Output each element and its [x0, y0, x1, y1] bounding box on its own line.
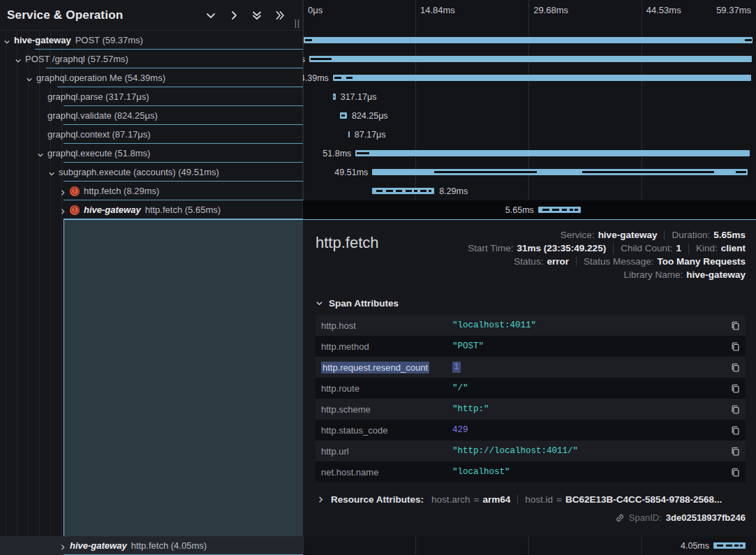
ruler-tick-label: 29.68ms: [533, 5, 568, 15]
double-chevron-down-icon[interactable]: [251, 10, 262, 21]
span-timeline-row[interactable]: 824.25μs: [303, 106, 756, 125]
chevron-down-icon[interactable]: [48, 169, 55, 176]
span-timeline-row[interactable]: 8.29ms: [303, 182, 756, 200]
span-duration-label: 49.51ms: [334, 168, 368, 177]
attribute-key: http.status_code: [316, 425, 452, 436]
meta-value: 5.65ms: [713, 230, 746, 240]
chevron-right-icon[interactable]: [59, 188, 66, 195]
attribute-row[interactable]: http.host"localhost:4011": [316, 315, 746, 336]
meta-value: 1: [676, 243, 681, 253]
copy-icon[interactable]: [725, 467, 746, 478]
attribute-key: http.route: [316, 383, 452, 394]
attribute-row[interactable]: http.method"POST": [316, 336, 746, 357]
trace-viewer: Service & Operation || hive-gatewayPOST …: [0, 0, 756, 555]
span-duration-label: 824.25μs: [352, 111, 388, 121]
divider: [517, 495, 518, 505]
chevron-down-icon[interactable]: [15, 56, 22, 63]
span-tree-row[interactable]: graphql.operation Me (54.39ms): [0, 68, 303, 87]
panel-title: Service & Operation: [7, 8, 123, 22]
span-timeline-row[interactable]: 49.51ms: [303, 163, 756, 182]
span-timeline-row[interactable]: 54.39ms: [303, 68, 756, 87]
span-id-value: 3de02518937fb246: [666, 512, 746, 523]
span-tree-row[interactable]: hive-gatewayPOST (59.37ms): [0, 31, 303, 50]
divider: [576, 257, 577, 267]
span-operation-name: graphql.parse (317.17μs): [47, 91, 149, 102]
copy-icon[interactable]: [725, 341, 746, 352]
span-operation-name: http.fetch (8.29ms): [84, 186, 159, 196]
span-tree-row[interactable]: graphql.validate (824.25μs): [0, 106, 303, 125]
child-span-notch: [562, 209, 567, 211]
span-duration-bar[interactable]: [304, 37, 753, 43]
link-icon[interactable]: [615, 513, 625, 523]
double-chevron-right-icon[interactable]: [274, 10, 286, 21]
span-label: graphql.parse (317.17μs): [47, 91, 149, 102]
attribute-key: http.host: [316, 320, 452, 331]
span-label: graphql.context (87.17μs): [47, 129, 151, 140]
copy-icon[interactable]: [725, 320, 746, 331]
span-tree-row[interactable]: hive-gatewayhttp.fetch (4.05ms): [0, 536, 303, 555]
resource-attribute-value: BC62E13B-C4CC-5854-9788-2568...: [565, 494, 722, 505]
attribute-value: 1: [452, 362, 725, 372]
chevron-down-icon[interactable]: [26, 75, 33, 82]
span-timeline-row[interactable]: 317.17μs: [303, 87, 756, 106]
span-label: http.fetch (8.29ms): [84, 186, 159, 196]
attribute-value: "http://localhost:4011/": [452, 446, 725, 456]
chevron-right-icon: [317, 496, 325, 503]
chevron-down-icon[interactable]: [205, 10, 216, 21]
span-duration-label: 87.17μs: [355, 130, 386, 140]
span-tree-row[interactable]: POST /graphql (57.57ms): [0, 50, 303, 68]
span-service-name: hive-gateway: [84, 205, 141, 215]
span-label: graphql.validate (824.25μs): [47, 110, 158, 121]
span-tree-row[interactable]: !hive-gatewayhttp.fetch (5.65ms): [0, 200, 303, 219]
attribute-row[interactable]: http.status_code429: [316, 420, 746, 441]
child-span-notch: [582, 171, 715, 173]
copy-icon[interactable]: [725, 446, 746, 457]
span-duration-bar[interactable]: [309, 56, 752, 62]
chevron-right-icon[interactable]: [59, 542, 66, 549]
span-timeline-row[interactable]: 59.37ms: [303, 31, 756, 50]
attribute-row[interactable]: http.scheme"http:": [316, 399, 746, 420]
attribute-row[interactable]: http.route"/": [316, 378, 746, 399]
panel-resize-handle[interactable]: ||: [295, 18, 300, 28]
span-tree-row[interactable]: graphql.context (87.17μs): [0, 125, 303, 144]
span-timeline-row[interactable]: 51.8ms: [303, 144, 756, 163]
copy-icon[interactable]: [725, 404, 746, 415]
span-duration-bar[interactable]: [348, 131, 350, 138]
child-span-notch: [357, 152, 369, 154]
equals-sign: =: [474, 494, 480, 505]
span-label: hive-gatewayPOST (59.37ms): [14, 35, 143, 45]
chevron-right-icon[interactable]: [228, 10, 239, 21]
span-attributes-toggle[interactable]: Span Attributes: [316, 298, 746, 309]
span-timeline-row[interactable]: 5.65ms: [303, 200, 756, 219]
span-tree-row[interactable]: !http.fetch (8.29ms): [0, 182, 303, 200]
copy-icon[interactable]: [725, 362, 746, 373]
chevron-down-icon[interactable]: [37, 150, 44, 157]
span-operation-name: http.fetch (4.05ms): [131, 540, 207, 551]
span-tree-row[interactable]: subgraph.execute (accounts) (49.51ms): [0, 163, 303, 182]
span-duration-bar[interactable]: [333, 75, 751, 81]
copy-icon[interactable]: [725, 383, 746, 394]
copy-icon[interactable]: [725, 425, 746, 436]
resource-attribute-value: arm64: [482, 494, 510, 505]
span-meta-line: Start Time:31ms (23:35:49.225)Child Coun…: [468, 243, 746, 253]
span-tree-row[interactable]: graphql.execute (51.8ms): [0, 144, 303, 163]
ruler-tick-label: 59.37ms: [716, 5, 751, 15]
meta-label: Kind:: [696, 243, 718, 253]
span-timeline-row[interactable]: 87.17μs: [303, 125, 756, 144]
attribute-row[interactable]: net.host.name"localhost": [316, 461, 746, 482]
attribute-row[interactable]: http.request.resend_count1: [316, 357, 746, 378]
resource-attributes-row[interactable]: Resource Attributes: host.arch=arm64host…: [316, 494, 746, 505]
meta-value: 31ms (23:35:49.225): [517, 243, 607, 253]
span-timeline-row[interactable]: 4.05ms: [303, 536, 756, 555]
span-duration-bar[interactable]: [355, 150, 750, 156]
attribute-row[interactable]: http.url"http://localhost:4011/": [316, 441, 746, 461]
chevron-right-icon[interactable]: [59, 207, 66, 214]
span-timeline-row[interactable]: 57.57ms: [303, 50, 756, 68]
chevron-down-icon[interactable]: [3, 37, 10, 44]
child-span-notch: [429, 190, 432, 192]
resource-attribute-key: host.id: [525, 494, 553, 505]
divider: [664, 230, 665, 240]
timeline-ruler: 0μs14.84ms29.68ms44.53ms59.37ms: [303, 0, 756, 31]
equals-sign: =: [556, 494, 562, 505]
span-tree-row[interactable]: graphql.parse (317.17μs): [0, 87, 303, 106]
